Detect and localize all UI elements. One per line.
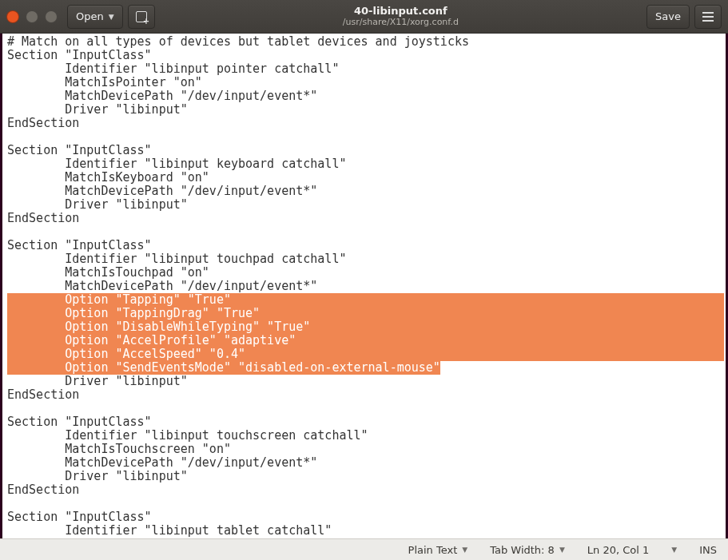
code-line: # Match on all types of devices but tabl…: [7, 35, 724, 49]
tabwidth-label: Tab Width: 8: [490, 544, 555, 556]
chevron-down-icon: ▼: [559, 546, 565, 554]
code-line: Identifier "libinput tablet catchall": [7, 524, 724, 538]
code-line: Identifier "libinput touchpad catchall": [7, 252, 724, 266]
code-line: Identifier "libinput touchscreen catchal…: [7, 429, 724, 443]
tabwidth-selector[interactable]: Tab Width: 8 ▼: [490, 544, 565, 556]
title-area: 40-libinput.conf /usr/share/X11/xorg.con…: [160, 6, 642, 26]
code-line-selected: Option "AccelProfile" "adaptive": [7, 334, 724, 348]
cursor-position: Ln 20, Col 1: [587, 544, 649, 556]
code-line: Section "InputClass": [7, 49, 724, 62]
code-line: [7, 497, 724, 510]
code-line: MatchDevicePath "/dev/input/event*": [7, 185, 724, 198]
code-line: Section "InputClass": [7, 239, 724, 252]
minimize-window-button[interactable]: [26, 10, 38, 23]
code-line-selected: Option "TappingDrag" "True": [7, 307, 724, 320]
code-line: Section "InputClass": [7, 144, 724, 157]
close-window-button[interactable]: [6, 10, 19, 23]
hamburger-menu-button[interactable]: [694, 5, 722, 29]
chevron-down-icon: ▼: [109, 13, 114, 21]
code-line-selected: Option "AccelSpeed" "0.4": [7, 348, 724, 361]
code-line: Identifier "libinput keyboard catchall": [7, 157, 724, 171]
open-button[interactable]: Open ▼: [67, 5, 123, 29]
code-line-selected: Option "DisableWhileTyping" "True": [7, 320, 724, 334]
save-button[interactable]: Save: [646, 5, 690, 29]
line-menu-button[interactable]: ▼: [671, 546, 677, 554]
code-line: [7, 225, 724, 239]
code-line: Driver "libinput": [7, 470, 724, 483]
code-line: Identifier "libinput pointer catchall": [7, 62, 724, 76]
new-tab-button[interactable]: +: [128, 5, 155, 29]
syntax-selector[interactable]: Plain Text ▼: [408, 544, 468, 556]
code-line: MatchDevicePath "/dev/input/event*": [7, 456, 724, 470]
code-line: Section "InputClass": [7, 510, 724, 524]
window-controls: [6, 10, 58, 23]
code-line: Driver "libinput": [7, 103, 724, 117]
syntax-label: Plain Text: [408, 544, 458, 556]
code-line: Section "InputClass": [7, 415, 724, 429]
chevron-down-icon: ▼: [671, 546, 677, 554]
code-line: MatchIsTouchscreen "on": [7, 443, 724, 456]
chevron-down-icon: ▼: [462, 546, 467, 554]
hamburger-icon: [702, 12, 714, 22]
code-line: MatchDevicePath "/dev/input/event*": [7, 280, 724, 293]
new-document-icon: +: [136, 11, 147, 22]
insert-mode[interactable]: INS: [699, 544, 717, 556]
document-title: 40-libinput.conf: [354, 6, 448, 17]
code-line: EndSection: [7, 117, 724, 130]
statusbar: Plain Text ▼ Tab Width: 8 ▼ Ln 20, Col 1…: [0, 538, 728, 560]
code-line: EndSection: [7, 212, 724, 225]
code-line: Option "SendEventsMode" "disabled-on-ext…: [7, 361, 724, 375]
code-line: EndSection: [7, 388, 724, 402]
document-subtitle: /usr/share/X11/xorg.conf.d: [343, 18, 459, 27]
code-line: MatchDevicePath "/dev/input/event*": [7, 89, 724, 103]
code-line: [7, 402, 724, 415]
maximize-window-button[interactable]: [45, 10, 58, 23]
save-button-label: Save: [655, 10, 681, 22]
code-line: EndSection: [7, 483, 724, 497]
editor-container: # Match on all types of devices but tabl…: [0, 34, 728, 538]
text-editor[interactable]: # Match on all types of devices but tabl…: [2, 34, 726, 538]
code-line: MatchIsKeyboard "on": [7, 171, 724, 185]
gedit-window: Open ▼ + 40-libinput.conf /usr/share/X11…: [0, 0, 728, 560]
open-button-label: Open: [76, 10, 104, 22]
code-line-selected: Option "SendEventsMode" "disabled-on-ext…: [7, 361, 440, 375]
insert-mode-label: INS: [699, 544, 717, 556]
code-line: [7, 130, 724, 144]
code-line-selected: Option "Tapping" "True": [7, 293, 724, 307]
cursor-position-label: Ln 20, Col 1: [587, 544, 649, 556]
code-line: Driver "libinput": [7, 198, 724, 212]
code-line: Driver "libinput": [7, 375, 724, 388]
headerbar: Open ▼ + 40-libinput.conf /usr/share/X11…: [0, 0, 728, 34]
code-line: MatchIsPointer "on": [7, 76, 724, 89]
code-line: MatchIsTouchpad "on": [7, 266, 724, 280]
